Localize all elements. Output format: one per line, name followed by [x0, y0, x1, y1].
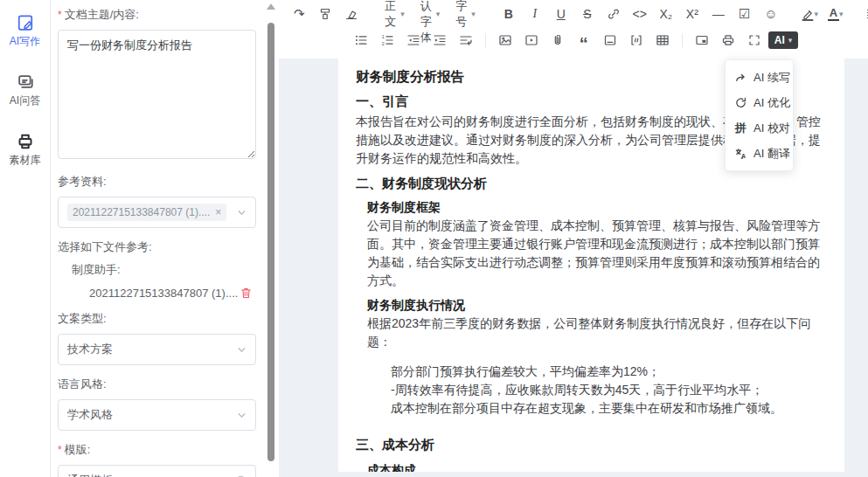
italic-button[interactable]: I	[523, 3, 547, 24]
strikethrough-button[interactable]: S	[575, 3, 600, 24]
topic-label: *文档主题/内容:	[58, 7, 256, 23]
blockquote-icon[interactable]: “	[572, 26, 596, 53]
required-mark: *	[58, 9, 62, 21]
copy-type-label: 文案类型:	[58, 311, 256, 327]
eraser-icon[interactable]	[339, 3, 364, 24]
attachment-icon[interactable]	[545, 30, 570, 50]
sidebar-item-ai-qa[interactable]: AI问答	[10, 73, 40, 108]
format-painter-icon[interactable]	[313, 3, 337, 24]
horizontal-rule-button[interactable]: —	[706, 3, 731, 24]
sidebar-item-label: 素材库	[10, 153, 41, 168]
indent-icon[interactable]	[427, 30, 452, 50]
sidebar-item-label: AI写作	[10, 34, 40, 49]
nav-rail: AI写作 AI问答 素材库	[0, 0, 51, 477]
language-style-label: 语言风格:	[58, 377, 256, 392]
outdent-icon[interactable]	[401, 30, 426, 50]
doc-list-line: 成本控制在部分项目中存在超支现象，主要集中在研发和市场推广领域。	[391, 399, 827, 418]
chevron-down-icon	[237, 345, 247, 355]
copy-type-value: 技术方案	[67, 342, 113, 357]
panel-scrollbar	[266, 0, 276, 477]
table-icon[interactable]	[650, 30, 675, 50]
template-select[interactable]: 通用模板	[58, 465, 256, 477]
toolbar-divider	[485, 33, 486, 47]
subscript-button[interactable]: X₂	[654, 3, 678, 24]
image-icon[interactable]	[493, 30, 517, 50]
doc-paragraph: 根据2023年前三季度的财务数据，公司整体财务制度执行情况良好，但存在以下问题：	[367, 315, 827, 351]
scroll-up-arrow-icon[interactable]	[267, 3, 275, 10]
menu-item-ai-continue[interactable]: AI 续写	[726, 65, 793, 90]
ai-continue-icon	[734, 71, 747, 84]
reference-select[interactable]: 2021122715133847807 (1).... ×	[58, 197, 256, 228]
doc-subheading: 财务制度框架	[367, 198, 827, 217]
reference-file-name: 2021122715133847807 (1)....	[89, 287, 238, 300]
doc-list-line: -周转效率有待提高，应收账款周转天数为45天，高于行业平均水平；	[391, 381, 827, 399]
sidebar-item-material-library[interactable]: 素材库	[10, 133, 41, 168]
bold-button[interactable]: B	[496, 3, 521, 24]
emoji-button[interactable]: ☺	[759, 3, 783, 24]
material-library-icon	[17, 133, 34, 150]
language-style-select[interactable]: 学术风格	[58, 399, 256, 431]
reference-file-row: 2021122715133847807 (1)....	[89, 287, 256, 300]
template-label: *模版:	[58, 442, 256, 458]
align-button[interactable]: ▾	[862, 3, 868, 24]
reference-tag: 2021122715133847807 (1).... ×	[67, 204, 226, 221]
topic-input[interactable]: 写一份财务制度分析报告	[58, 30, 256, 159]
doc-heading: 二、财务制度现状分析	[356, 174, 827, 192]
video-icon[interactable]	[519, 30, 544, 50]
checkbox-button[interactable]: ☑	[733, 3, 757, 24]
line-break-icon[interactable]	[454, 30, 478, 50]
copy-type-select[interactable]: 技术方案	[58, 334, 256, 365]
bullet-list-icon[interactable]	[349, 30, 373, 50]
sidebar-item-ai-writing[interactable]: AI写作	[10, 14, 40, 49]
font-family-select[interactable]: 默认字体▾	[413, 3, 448, 24]
chevron-down-icon	[237, 208, 247, 218]
underline-button[interactable]: U	[549, 3, 573, 24]
ordered-list-icon[interactable]: 12	[375, 30, 399, 50]
ai-actions-menu: AI 续写 AI 优化 拼 AI 校对 A AI 翻译	[725, 59, 794, 171]
link-icon[interactable]	[601, 3, 626, 24]
font-size-select[interactable]: 字号▾	[448, 3, 483, 24]
tag-close-icon[interactable]: ×	[215, 206, 221, 218]
menu-item-ai-optimize[interactable]: AI 优化	[726, 90, 793, 115]
menu-item-ai-proofread[interactable]: 拼 AI 校对	[726, 115, 793, 141]
ai-proofread-icon: 拼	[734, 121, 747, 136]
fullscreen-icon[interactable]	[742, 30, 767, 50]
toolbar-row-1: ↶ ↷ 正文▾ 默认字体▾ 字号▾ B I U S <> X₂ X² — ☑ ☺	[282, 3, 865, 24]
ai-menu-button[interactable]: AI▾	[768, 31, 799, 49]
svg-text:1: 1	[382, 33, 385, 38]
doc-subheading: 成本构成	[367, 461, 827, 472]
doc-paragraph: 公司目前的制度涵盖了资金管理、成本控制、预算管理、核算与报告、风险管理等方面。其…	[367, 217, 827, 290]
doc-subheading: 财务制度执行情况	[367, 296, 827, 315]
divider-block-icon[interactable]	[598, 30, 622, 50]
language-style-value: 学术风格	[67, 407, 113, 423]
required-mark: *	[58, 444, 62, 456]
app-window: AI写作 AI问答 素材库 *文档主题/内容: 写一份财务制度分析报告 参考资料…	[0, 0, 868, 477]
sidebar-item-label: AI问答	[10, 93, 40, 108]
ai-optimize-icon	[734, 96, 747, 109]
menu-item-ai-translate[interactable]: A AI 翻译	[726, 141, 793, 166]
ai-translate-icon: A	[734, 147, 747, 160]
chevron-down-icon	[237, 411, 247, 420]
print-icon[interactable]	[716, 30, 740, 50]
highlight-color-button[interactable]: ▾	[797, 3, 822, 24]
assistant-label: 制度助手:	[72, 262, 256, 278]
doc-list-line: 部分部门预算执行偏差较大，平均偏差率为12%；	[391, 363, 827, 381]
writing-form-panel: *文档主题/内容: 写一份财务制度分析报告 参考资料: 202112271513…	[51, 0, 279, 477]
template-value: 通用模板	[67, 473, 113, 477]
code-block-icon[interactable]	[624, 30, 649, 50]
file-section-label: 选择如下文件参考:	[58, 239, 256, 255]
ai-qa-icon	[17, 73, 34, 91]
delete-file-icon[interactable]	[240, 287, 253, 300]
redo-icon[interactable]: ↷	[287, 3, 311, 24]
toolbar-divider	[682, 33, 683, 47]
card-icon[interactable]	[690, 30, 714, 50]
scrollbar-thumb[interactable]	[267, 23, 274, 461]
doc-heading: 三、成本分析	[356, 435, 827, 453]
toolbar-row-2: 12 “ AI▾	[282, 26, 865, 53]
font-color-button[interactable]: A▾	[823, 3, 848, 24]
inline-code-button[interactable]: <>	[628, 3, 652, 24]
paragraph-style-select[interactable]: 正文▾	[378, 3, 412, 24]
superscript-button[interactable]: X²	[680, 3, 705, 24]
svg-text:2: 2	[382, 41, 385, 46]
reference-tag-text: 2021122715133847807 (1)....	[73, 206, 210, 218]
